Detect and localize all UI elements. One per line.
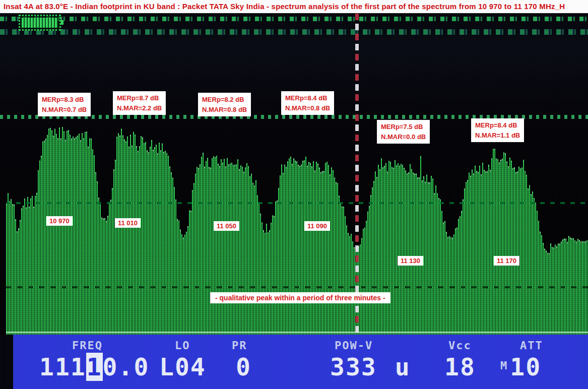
frequency-label: 11 090 xyxy=(304,221,330,231)
mer-annotation-box: MERp=7.5 dBN.MAR=0.0 dB xyxy=(377,120,430,144)
annotations-layer: MERp=8.3 dBN.MAR=0.7 dBMERp=8.7 dBN.MAR=… xyxy=(0,0,588,389)
pow-v-value: 333u xyxy=(330,355,411,379)
pow-v-number: 333 xyxy=(330,353,377,381)
mer-annotation-line: MERp=8.4 dB xyxy=(475,120,520,131)
caption-label: - qualitative peak within a period of th… xyxy=(210,292,390,303)
mer-annotation-box: MERp=8.4 dBN.MAR=1.1 dB xyxy=(471,118,524,142)
vcc-label: Vcc xyxy=(448,339,472,352)
frequency-label: 11 170 xyxy=(494,256,519,266)
mer-annotation-line: N.MAR=1.1 dB xyxy=(475,131,520,141)
mer-annotation-box: MERp=8.3 dBN.MAR=0.7 dB xyxy=(38,93,91,116)
mer-annotation-line: N.MAR=0.0 dB xyxy=(381,132,426,142)
att-label: ATT xyxy=(520,339,543,352)
mer-annotation-line: N.MAR=0.8 dB xyxy=(285,103,330,113)
mer-annotation-box: MERp=8.4 dBN.MAR=0.8 dB xyxy=(281,91,334,115)
pow-v-label: POW-V xyxy=(335,339,373,352)
page-title: Insat 4A at 83.0°E - Indian footprint in… xyxy=(0,0,588,13)
pow-v-unit: u xyxy=(377,353,411,381)
mer-annotation-line: MERp=8.4 dB xyxy=(285,93,330,103)
mer-annotation-box: MERp=8.2 dBN.MAR=0.8 dB xyxy=(198,93,251,116)
lo-label: LO xyxy=(175,339,190,352)
frequency-label: 11 050 xyxy=(214,221,239,231)
mer-annotation-box: MERp=8.7 dBN.MAR=2.2 dB xyxy=(113,91,166,115)
att-mode-prefix: M xyxy=(500,359,510,372)
title-bar: Insat 4A at 83.0°E - Indian footprint in… xyxy=(0,0,588,14)
freq-label: FREQ xyxy=(72,339,103,352)
pr-value[interactable]: 0 xyxy=(236,355,251,379)
spectrum-analyzer-screen: Insat 4A at 83.0°E - Indian footprint in… xyxy=(0,0,588,389)
mer-annotation-line: MERp=8.3 dB xyxy=(42,95,87,105)
freq-value-field[interactable]: 11110.0 xyxy=(39,355,149,379)
pr-label: PR xyxy=(232,339,247,352)
att-number: 10 xyxy=(510,353,541,381)
freq-edit-cursor-digit[interactable]: 1 xyxy=(86,353,103,381)
freq-digits-pre: 111 xyxy=(39,353,86,381)
mer-annotation-line: MERp=7.5 dB xyxy=(381,122,426,132)
frequency-label: 10 970 xyxy=(46,216,73,226)
vcc-value[interactable]: 18 xyxy=(444,355,476,379)
mer-annotation-line: N.MAR=0.7 dB xyxy=(42,105,87,115)
mer-annotation-line: MERp=8.2 dB xyxy=(202,95,247,105)
frequency-label: 11 130 xyxy=(398,256,423,266)
status-bar: FREQ LO PR POW-V Vcc ATT 11110.0 L04 0 3… xyxy=(0,335,588,389)
mer-annotation-line: N.MAR=0.8 dB xyxy=(202,105,247,115)
mer-annotation-line: MERp=8.7 dB xyxy=(117,93,162,103)
mer-annotation-line: N.MAR=2.2 dB xyxy=(117,103,162,113)
att-value[interactable]: M10 xyxy=(500,355,541,379)
freq-digits-post: 0.0 xyxy=(103,353,150,381)
lo-value[interactable]: L04 xyxy=(159,355,206,379)
frequency-label: 11 010 xyxy=(115,218,141,228)
